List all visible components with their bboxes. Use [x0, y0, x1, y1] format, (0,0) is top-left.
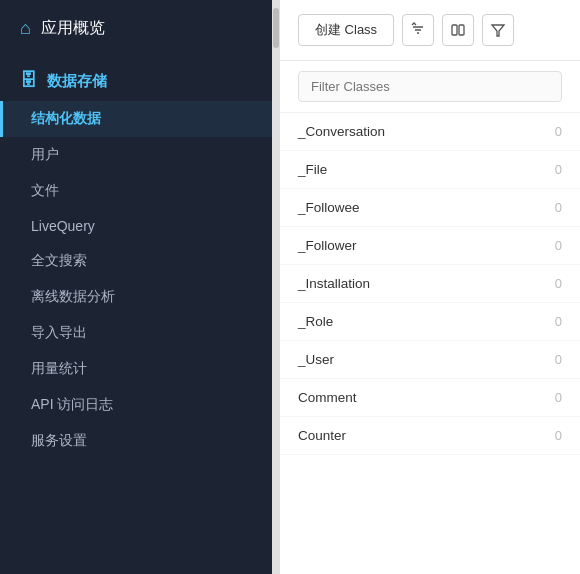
sidebar-item-structured-data[interactable]: 结构化数据 [0, 101, 272, 137]
home-icon: ⌂ [20, 18, 31, 39]
filter-bar [280, 61, 580, 113]
columns-button[interactable] [442, 14, 474, 46]
class-name: Counter [298, 428, 346, 443]
filter-icon [490, 22, 506, 38]
scroll-thumb [273, 8, 279, 48]
sidebar-storage-label: 数据存储 [47, 72, 107, 91]
class-name: _Follower [298, 238, 357, 253]
class-count: 0 [555, 124, 562, 139]
sidebar-item-api-log[interactable]: API 访问日志 [0, 387, 272, 423]
svg-marker-5 [492, 25, 504, 36]
class-list-item[interactable]: Comment0 [280, 379, 580, 417]
sidebar-home[interactable]: ⌂ 应用概览 [0, 0, 272, 57]
class-count: 0 [555, 428, 562, 443]
database-icon: 🗄 [20, 71, 37, 91]
class-list: _Conversation0_File0_Followee0_Follower0… [280, 113, 580, 574]
class-name: _File [298, 162, 327, 177]
sidebar-storage-section[interactable]: 🗄 数据存储 [0, 57, 272, 101]
class-list-item[interactable]: _Conversation0 [280, 113, 580, 151]
class-name: _User [298, 352, 334, 367]
class-count: 0 [555, 162, 562, 177]
class-count: 0 [555, 200, 562, 215]
sidebar-items-container: 结构化数据用户文件LiveQuery全文搜索离线数据分析导入导出用量统计API … [0, 101, 272, 459]
class-list-item[interactable]: _User0 [280, 341, 580, 379]
class-list-item[interactable]: _Follower0 [280, 227, 580, 265]
sidebar-home-label: 应用概览 [41, 18, 105, 39]
svg-rect-3 [452, 25, 457, 35]
class-count: 0 [555, 276, 562, 291]
sidebar-item-files[interactable]: 文件 [0, 173, 272, 209]
sidebar-item-users[interactable]: 用户 [0, 137, 272, 173]
sidebar: ⌂ 应用概览 🗄 数据存储 结构化数据用户文件LiveQuery全文搜索离线数据… [0, 0, 272, 574]
toolbar: 创建 Class [280, 0, 580, 61]
columns-icon [450, 22, 466, 38]
class-list-item[interactable]: _Followee0 [280, 189, 580, 227]
sidebar-item-fulltext-search[interactable]: 全文搜索 [0, 243, 272, 279]
create-class-button[interactable]: 创建 Class [298, 14, 394, 46]
class-name: Comment [298, 390, 357, 405]
class-name: _Installation [298, 276, 370, 291]
class-count: 0 [555, 238, 562, 253]
class-count: 0 [555, 314, 562, 329]
filter-input[interactable] [298, 71, 562, 102]
class-list-item[interactable]: Counter0 [280, 417, 580, 455]
sort-icon [410, 22, 426, 38]
class-list-item[interactable]: _Role0 [280, 303, 580, 341]
class-name: _Conversation [298, 124, 385, 139]
sort-button[interactable] [402, 14, 434, 46]
class-list-item[interactable]: _Installation0 [280, 265, 580, 303]
sidebar-item-offline-analysis[interactable]: 离线数据分析 [0, 279, 272, 315]
class-name: _Role [298, 314, 333, 329]
main-content: 创建 Class _Conversation0_File0_Followee [280, 0, 580, 574]
scroll-indicator[interactable] [272, 0, 280, 574]
svg-rect-4 [459, 25, 464, 35]
sidebar-item-usage-stats[interactable]: 用量统计 [0, 351, 272, 387]
class-count: 0 [555, 390, 562, 405]
class-list-item[interactable]: _File0 [280, 151, 580, 189]
class-count: 0 [555, 352, 562, 367]
sidebar-item-livequery[interactable]: LiveQuery [0, 209, 272, 243]
sidebar-item-import-export[interactable]: 导入导出 [0, 315, 272, 351]
filter-button[interactable] [482, 14, 514, 46]
class-name: _Followee [298, 200, 360, 215]
sidebar-item-service-settings[interactable]: 服务设置 [0, 423, 272, 459]
